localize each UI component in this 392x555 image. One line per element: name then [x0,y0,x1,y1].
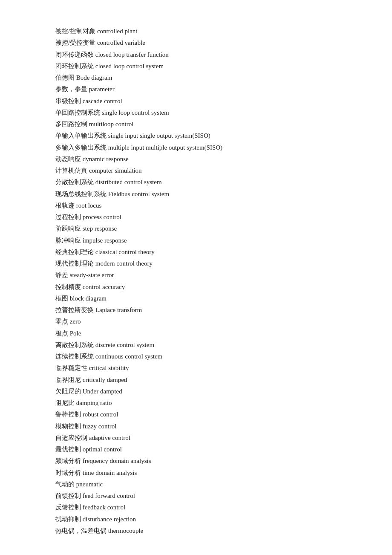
list-item: 计算机仿真 computer simulation [55,165,337,176]
term-english: Fieldbus control system [108,191,169,197]
term-english: feed forward control [83,492,135,499]
term-english: Pole [70,330,81,337]
term-chinese: 欠阻尼的 [55,388,81,395]
term-english: zero [70,318,81,325]
term-chinese: 控制精度 [55,283,81,290]
term-english: cascade control [83,98,122,104]
list-item: 临界阻尼 critically damped [55,374,337,385]
term-chinese: 多回路控制 [55,121,87,127]
list-item: 被控/受控变量 controlled variable [55,37,337,48]
list-item: 脉冲响应 impulse response [55,235,337,246]
term-english: fuzzy control [83,423,117,430]
term-list: 被控/控制对象 controlled plant被控/受控变量 controll… [55,26,337,536]
term-english: classical control theory [95,249,155,255]
list-item: 单回路控制系统 single loop control system [55,107,337,118]
list-item: 模糊控制 fuzzy control [55,421,337,432]
term-chinese: 单回路控制系统 [55,109,100,116]
term-chinese: 自适应控制 [55,434,87,441]
term-english: closed loop control system [95,63,164,69]
term-chinese: 单输入单输出系统 [55,132,107,139]
list-item: 经典控制理论 classical control theory [55,246,337,257]
term-chinese: 被控/受控变量 [55,39,95,46]
list-item: 多输入多输出系统 multiple input multiple output … [55,142,337,153]
term-chinese: 经典控制理论 [55,249,94,255]
term-chinese: 气动的 [55,481,75,488]
term-english: optimal control [83,446,122,453]
list-item: 极点 Pole [55,328,337,339]
term-english: robust control [83,411,118,418]
list-item: 热电偶，温差电偶 thermocouple [55,525,337,536]
term-chinese: 分散控制系统 [55,179,94,185]
list-item: 串级控制 cascade control [55,95,337,107]
term-chinese: 时域分析 [55,469,81,476]
list-item: 阻尼比 damping ratio [55,397,337,408]
list-item: 闭环传递函数 closed loop transfer function [55,49,337,60]
term-english: dynamic response [83,156,129,162]
list-item: 反馈控制 feedback control [55,502,337,513]
list-item: 拉普拉斯变换 Laplace transform [55,304,337,315]
term-chinese: 参数，参量 [55,86,87,92]
term-english: process control [83,214,121,220]
list-item: 欠阻尼的 Under dampted [55,386,337,397]
term-chinese: 零点 [55,318,68,325]
list-item: 前馈控制 feed forward control [55,490,337,501]
term-english: multiloop control [89,121,134,127]
list-item: 伯德图 Bode diagram [55,72,337,83]
term-chinese: 串级控制 [55,98,81,104]
list-item: 扰动抑制 disturbance rejection [55,514,337,525]
list-item: 被控/控制对象 controlled plant [55,26,337,37]
term-chinese: 扰动抑制 [55,516,81,523]
term-english: distributed control system [95,179,162,185]
list-item: 过程控制 process control [55,211,337,223]
list-item: 零点 zero [55,316,337,327]
term-chinese: 模糊控制 [55,423,81,430]
term-chinese: 伯德图 [55,74,75,81]
term-english: Laplace transform [95,306,142,313]
term-english: control accuracy [83,283,125,290]
term-english: single loop control system [102,109,169,116]
term-chinese: 计算机仿真 [55,167,87,174]
term-chinese: 前馈控制 [55,492,81,499]
term-chinese: 连续控制系统 [55,353,94,360]
list-item: 现场总线控制系统 Fieldbus control system [55,188,337,199]
term-english: critical stability [89,364,129,371]
list-item: 现代控制理论 modern control theory [55,258,337,269]
term-chinese: 闭环控制系统 [55,63,94,69]
term-english: multiple input multiple output system(SI… [108,144,222,151]
term-chinese: 极点 [55,330,68,337]
term-chinese: 鲁棒控制 [55,411,81,418]
list-item: 阶跃响应 step response [55,223,337,234]
list-item: 闭环控制系统 closed loop control system [55,61,337,72]
term-chinese: 反馈控制 [55,504,81,511]
term-english: time domain analysis [83,469,137,476]
term-english: pneumatic [76,481,103,488]
list-item: 动态响应 dynamic response [55,153,337,165]
list-item: 分散控制系统 distributed control system [55,176,337,188]
list-item: 根轨迹 root locus [55,200,337,211]
term-english: continuous control system [95,353,163,360]
term-english: closed loop transfer function [95,51,169,58]
list-item: 气动的 pneumatic [55,479,337,490]
term-chinese: 框图 [55,295,68,302]
term-english: computer simulation [89,167,142,174]
term-chinese: 拉普拉斯变换 [55,306,94,313]
term-english: disturbance rejection [83,516,136,523]
list-item: 频域分析 frequency domain analysis [55,455,337,466]
list-item: 鲁棒控制 robust control [55,409,337,420]
term-chinese: 频域分析 [55,457,81,464]
list-item: 单输入单输出系统 single input single output syst… [55,130,337,141]
term-chinese: 现场总线控制系统 [55,191,107,197]
term-chinese: 脉冲响应 [55,237,81,244]
list-item: 连续控制系统 continuous control system [55,351,337,362]
term-chinese: 阶跃响应 [55,225,81,232]
term-chinese: 临界阻尼 [55,376,81,383]
term-chinese: 临界稳定性 [55,364,87,371]
term-english: thermocouple [108,527,143,534]
list-item: 参数，参量 parameter [55,84,337,95]
term-english: frequency domain analysis [83,457,151,464]
term-chinese: 阻尼比 [55,399,75,406]
term-english: root locus [76,202,102,209]
term-english: critically damped [83,376,127,383]
list-item: 最优控制 optimal control [55,444,337,455]
list-item: 控制精度 control accuracy [55,281,337,292]
